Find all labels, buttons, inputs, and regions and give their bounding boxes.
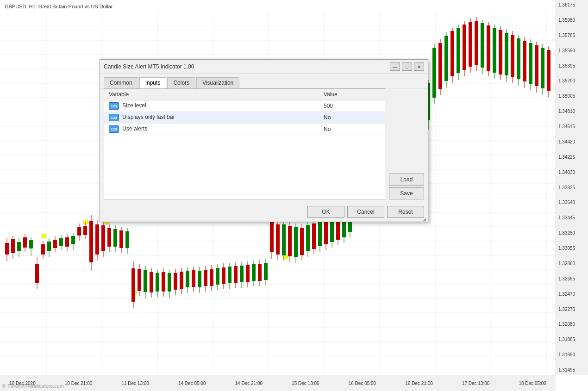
table-row: 123 Size level 500: [104, 100, 385, 112]
save-button[interactable]: Save: [389, 187, 424, 199]
type-icon: 123: [109, 102, 119, 110]
tab-colors[interactable]: Colors: [167, 77, 195, 88]
table-row: 123 Use alerts No: [104, 124, 385, 135]
variable-name: Displays only last bar: [122, 114, 175, 120]
table-row: 123 Displays only last bar No: [104, 112, 385, 124]
dialog-footer: OK Cancel Reset: [100, 203, 428, 222]
maximize-button[interactable]: □: [402, 62, 412, 71]
variable-name: Use alerts: [122, 125, 147, 132]
cancel-button[interactable]: Cancel: [347, 206, 384, 218]
dialog-tabs: Common Inputs Colors Visualization: [100, 74, 428, 88]
minimize-button[interactable]: —: [390, 62, 400, 71]
value-cell[interactable]: No: [319, 124, 385, 135]
variable-cell: 123 Size level: [104, 100, 319, 112]
variable-cell: 123 Use alerts: [104, 124, 319, 135]
ok-button[interactable]: OK: [307, 206, 344, 218]
resize-handle[interactable]: ◢: [423, 217, 427, 221]
tab-inputs[interactable]: Inputs: [139, 77, 167, 88]
dialog: Candle Size Alert MT5 Indicator 1.00 — □…: [100, 59, 428, 222]
params-table: Variable Value 123 Size level 500: [104, 89, 385, 135]
tab-common[interactable]: Common: [104, 77, 138, 88]
dialog-titlebar: Candle Size Alert MT5 Indicator 1.00 — □…: [100, 60, 428, 74]
load-button[interactable]: Load: [389, 174, 424, 186]
variable-cell: 123 Displays only last bar: [104, 112, 319, 124]
tab-visualization[interactable]: Visualization: [196, 77, 239, 88]
params-table-container: Variable Value 123 Size level 500: [104, 88, 385, 199]
type-icon: 123: [109, 125, 119, 133]
dialog-title: Candle Size Alert MT5 Indicator 1.00: [104, 63, 194, 70]
col-value: Value: [319, 89, 385, 100]
titlebar-controls: — □ ✕: [390, 62, 424, 71]
value-cell[interactable]: 500: [319, 100, 385, 112]
type-icon: 123: [109, 114, 119, 121]
variable-name: Size level: [122, 102, 146, 109]
value-cell[interactable]: No: [319, 112, 385, 124]
table-header-row: Variable Value: [104, 89, 385, 100]
reset-button[interactable]: Reset: [387, 206, 424, 218]
content-wrapper: Variable Value 123 Size level 500: [104, 88, 424, 199]
close-button[interactable]: ✕: [414, 62, 424, 71]
side-button-area: Load Save: [385, 88, 424, 199]
col-variable: Variable: [104, 89, 319, 100]
dialog-overlay: Candle Size Alert MT5 Indicator 1.00 — □…: [0, 0, 588, 391]
